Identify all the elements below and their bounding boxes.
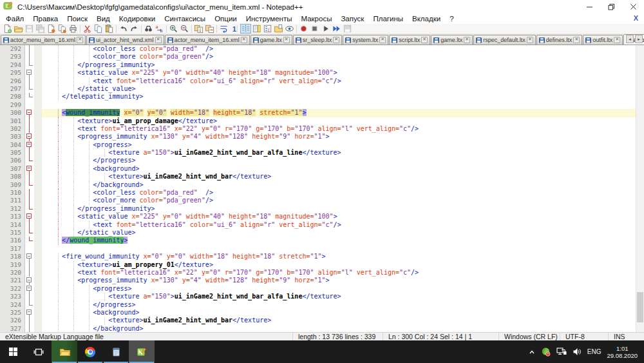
antivirus-icon[interactable] xyxy=(542,348,551,357)
code-line-305[interactable]: 305 <texture a="150">ui_inGame2_hint_wnd… xyxy=(0,149,644,157)
tab-close-icon[interactable]: ✕ xyxy=(527,37,533,43)
taskbar-task-view-button[interactable] xyxy=(26,340,52,363)
show-all-characters-icon[interactable]: 1 xyxy=(229,24,240,34)
code-text[interactable]: <text font="letterica16" color="ui_6" al… xyxy=(42,221,644,229)
open-file-icon[interactable] xyxy=(13,24,24,34)
tab-scroll-left-icon[interactable]: ◄ xyxy=(626,35,634,43)
language-indicator[interactable]: ENG xyxy=(587,348,601,355)
code-line-326[interactable]: 326 <texture>ui_inGame2_hint_wnd_bar</te… xyxy=(0,317,644,324)
fold-collapse-icon[interactable] xyxy=(26,277,32,282)
tab-actor_menu_item_16.xml[interactable]: actor_menu_item_16.xml✕ xyxy=(165,35,250,44)
tab-defines.ltx[interactable]: defines.ltx✕ xyxy=(536,35,583,44)
print-icon[interactable] xyxy=(68,24,79,34)
code-line-323[interactable]: 323 <texture a="150">ui_inGame2_hint_wnd… xyxy=(0,293,644,300)
bookmark-margin[interactable] xyxy=(34,45,42,53)
code-text[interactable]: <progress> xyxy=(42,141,644,149)
redo-icon[interactable] xyxy=(129,24,140,34)
clock[interactable]: 1:01 29.08.2020 xyxy=(607,345,638,359)
code-text[interactable]: <text font="letterica16" color="ui_6" al… xyxy=(42,77,644,85)
network-icon[interactable] xyxy=(556,348,567,356)
save-file-icon[interactable] xyxy=(24,24,35,34)
code-line-292[interactable]: 292 <color_less color="pda_red" /> xyxy=(0,45,644,53)
code-line-304[interactable]: 304 <progress> xyxy=(0,141,644,149)
bookmark-margin[interactable] xyxy=(34,197,42,204)
code-line-307[interactable]: 307 <background> xyxy=(0,165,644,173)
fold-collapse-icon[interactable] xyxy=(26,309,32,315)
bookmark-margin[interactable] xyxy=(34,189,42,197)
fold-collapse-icon[interactable] xyxy=(26,253,32,259)
tab-close-icon[interactable]: ✕ xyxy=(464,37,470,43)
code-line-297[interactable]: 297 </static_value> xyxy=(0,85,644,93)
code-text[interactable]: <text font="letterica16" x="22" y="0" r=… xyxy=(42,125,644,133)
code-text[interactable]: <texture>ui_inGame2_hint_wnd_bar</textur… xyxy=(42,317,644,324)
menu-item-Синтаксисы[interactable]: Синтаксисы xyxy=(160,15,210,23)
tab-scroll-right-icon[interactable]: ► xyxy=(635,35,643,43)
taskbar-start-button[interactable] xyxy=(0,340,26,363)
code-line-303[interactable]: 303 <progress_immunity x="130" y="4" wid… xyxy=(0,133,644,141)
bookmark-margin[interactable] xyxy=(34,85,42,93)
bookmark-margin[interactable] xyxy=(34,237,42,244)
tab-close-icon[interactable]: ✕ xyxy=(614,37,620,43)
fold-collapse-icon[interactable] xyxy=(26,142,32,147)
code-line-321[interactable]: 321 <progress_immunity x="130" y="4" wid… xyxy=(0,277,644,284)
copy-icon[interactable] xyxy=(93,24,104,34)
code-line-293[interactable]: 293 <color_more color="pda_green"/> xyxy=(0,53,644,61)
code-line-310[interactable]: 310 <color_less color="pda_red" /> xyxy=(0,189,644,197)
bookmark-margin[interactable] xyxy=(34,61,42,69)
tab-close-icon[interactable]: ✕ xyxy=(77,37,83,43)
bookmark-margin[interactable] xyxy=(34,277,42,284)
code-text[interactable]: </background> xyxy=(42,181,644,189)
code-text[interactable]: <color_less color="pda_red" /> xyxy=(42,45,644,53)
code-text[interactable]: <static_value x="225" y="0" width="40" h… xyxy=(42,69,644,77)
menu-item-Макросы[interactable]: Макросы xyxy=(296,15,336,23)
code-text[interactable]: </static_value> xyxy=(42,85,644,93)
zoom-out-icon[interactable] xyxy=(179,24,190,34)
bookmark-margin[interactable] xyxy=(34,165,42,173)
fold-collapse-icon[interactable] xyxy=(26,166,32,171)
bookmark-margin[interactable] xyxy=(34,205,42,213)
code-line-322[interactable]: 322 <progress> xyxy=(0,285,644,293)
menu-item-Запуск[interactable]: Запуск xyxy=(336,15,368,23)
menu-item-Вкладки[interactable]: Вкладки xyxy=(408,15,445,23)
menu-item-Кодировки[interactable]: Кодировки xyxy=(115,15,160,23)
code-text[interactable] xyxy=(42,245,644,253)
code-text[interactable]: <color_less color="pda_red" /> xyxy=(42,189,644,197)
vertical-scrollbar[interactable] xyxy=(636,45,644,332)
word-wrap-icon[interactable] xyxy=(218,24,229,34)
fold-collapse-icon[interactable] xyxy=(26,110,32,115)
code-text[interactable]: <texture>ui_inGame2_hint_wnd_bar</textur… xyxy=(42,173,644,181)
code-line-314[interactable]: 314 <text font="letterica16" color="ui_6… xyxy=(0,221,644,229)
close-button[interactable] xyxy=(622,0,644,14)
code-text[interactable]: </background> xyxy=(42,325,644,332)
tab-close-icon[interactable]: ✕ xyxy=(241,37,247,43)
document-monitor-icon[interactable] xyxy=(284,24,295,34)
menu-item-Правка[interactable]: Правка xyxy=(28,15,62,23)
tab-game.ltx[interactable]: game.ltx✕ xyxy=(251,35,292,44)
new-file-icon[interactable] xyxy=(2,24,13,34)
bookmark-margin[interactable] xyxy=(34,101,42,109)
bookmark-margin[interactable] xyxy=(34,285,42,293)
code-text[interactable]: <wound_immunity x="0" y="0" width="18" h… xyxy=(42,109,644,117)
fold-collapse-icon[interactable] xyxy=(26,70,32,75)
undo-icon[interactable] xyxy=(118,24,129,34)
code-text[interactable]: <texture a="150">ui_inGame2_hint_wnd_bar… xyxy=(42,293,644,300)
code-text[interactable]: <background> xyxy=(42,309,644,317)
menu-item-?[interactable]: ? xyxy=(445,15,458,23)
code-line-309[interactable]: 309 </background> xyxy=(0,181,644,189)
cut-icon[interactable] xyxy=(82,24,93,34)
tab-outfit.ltx[interactable]: outfit.ltx✕ xyxy=(583,35,623,44)
fold-collapse-icon[interactable] xyxy=(26,286,32,291)
tab-close-icon[interactable]: ✕ xyxy=(421,37,428,43)
bookmark-margin[interactable] xyxy=(34,309,42,317)
code-line-327[interactable]: 327 </background> xyxy=(0,325,644,332)
bookmark-margin[interactable] xyxy=(34,253,42,260)
menu-item-Файл[interactable]: Файл xyxy=(1,15,28,23)
code-text[interactable]: <color_more color="pda_green"/> xyxy=(42,53,644,61)
taskbar-notepad-button[interactable] xyxy=(103,340,129,363)
editor[interactable]: 292 <color_less color="pda_red" />293 <c… xyxy=(0,45,644,332)
code-text[interactable]: </progress> xyxy=(42,301,644,309)
bookmark-margin[interactable] xyxy=(34,293,42,300)
code-line-318[interactable]: 318 <fire_wound_immunity x="0" y="0" wid… xyxy=(0,253,644,260)
document-map-icon[interactable] xyxy=(251,24,262,34)
bookmark-margin[interactable] xyxy=(34,301,42,309)
